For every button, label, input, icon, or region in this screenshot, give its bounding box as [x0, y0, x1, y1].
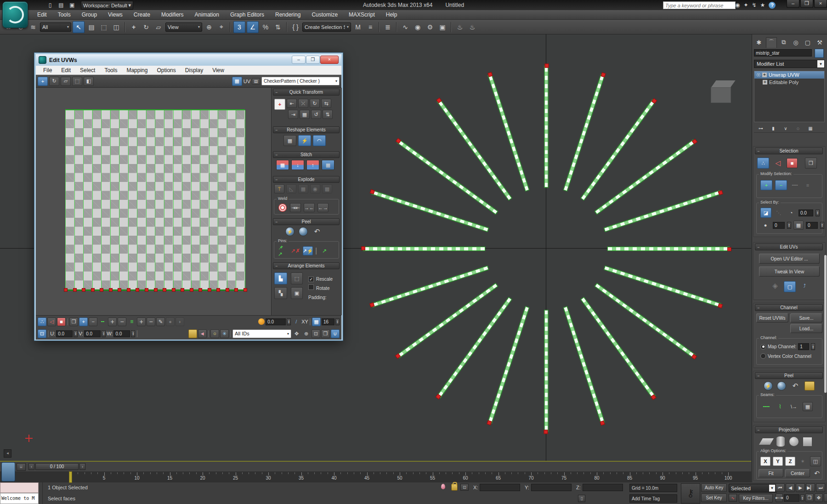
edit-seams-icon[interactable]: ╍╍ [761, 402, 771, 411]
workspace-dropdown[interactable]: Workspace: Default▾ [81, 1, 133, 10]
menu-group[interactable]: Group [77, 11, 102, 19]
menu-graph-editors[interactable]: Graph Editors [225, 11, 269, 19]
freeform-tool-icon[interactable]: ⬚ [72, 77, 82, 86]
rescale-elements-icon[interactable]: ⬚ [291, 272, 303, 284]
menu-animation[interactable]: Animation [190, 11, 224, 19]
stitch-target-icon[interactable]: ▦ [322, 160, 334, 170]
quick-transform-rollout-header[interactable]: −Quick Transform [273, 89, 340, 96]
track-bar-ruler[interactable]: 5101520253035404550556065707580859095100 [0, 471, 751, 483]
graph-editors-icon[interactable]: ∿ [400, 22, 411, 33]
selected-vertex-marker[interactable] [718, 190, 723, 195]
checker-tiling-value[interactable]: 16 [322, 318, 334, 325]
selected-vertex-marker[interactable] [436, 394, 442, 400]
uvw-menu-tools[interactable]: Tools [100, 66, 122, 74]
falloff-linear-icon[interactable]: / [292, 317, 300, 326]
edit-named-selections-icon[interactable]: { } [290, 22, 301, 33]
select-by-name-icon[interactable]: ▤ [86, 22, 97, 33]
selected-vertex-marker[interactable] [436, 98, 442, 104]
uv-vertex-dot[interactable] [145, 288, 148, 292]
pin-selected-icon[interactable]: ↗⚡ [303, 246, 313, 255]
uvw-menu-select[interactable]: Select [75, 66, 100, 74]
weld-all-icon[interactable]: →← [304, 203, 315, 212]
uv-vertex-dot[interactable] [208, 288, 211, 292]
uv-vertex-dot[interactable] [172, 288, 176, 292]
element-mode-icon[interactable]: ❒ [69, 317, 78, 326]
render-production-icon[interactable]: ♨ [454, 22, 465, 33]
stitch-custom-icon[interactable]: ▦ [276, 160, 289, 170]
menu-edit[interactable]: Edit [32, 11, 52, 19]
flatten-face-icon[interactable]: ▩ [322, 184, 332, 193]
menu-views[interactable]: Views [103, 11, 128, 19]
flatten-polygon-angle-icon[interactable]: ◺ [286, 184, 296, 193]
notification-balloon-icon[interactable] [441, 484, 445, 489]
shrink-selection-icon[interactable]: − [89, 317, 97, 326]
layer-manager-icon[interactable]: ≣ [382, 22, 393, 33]
open-uv-editor-button[interactable]: Open UV Editor ... [759, 254, 820, 264]
previous-frame-arrow[interactable]: ‹ [28, 463, 34, 470]
map-channel-value[interactable]: 1 [798, 343, 809, 350]
key-mode-dropdown[interactable]: Selected▼ [729, 484, 777, 493]
spinner[interactable]: ▲▼ [102, 330, 106, 337]
grow-selection-icon[interactable]: + [760, 180, 772, 190]
projection-rollout-header[interactable]: −Projection [755, 426, 823, 433]
grow-ring-icon[interactable]: + [137, 317, 146, 326]
previous-key-button[interactable]: ◀ [786, 483, 795, 492]
stitch-rollout-header[interactable]: −Stitch [273, 151, 340, 158]
reset-uvws-button[interactable]: Reset UVWs [756, 313, 788, 323]
key-filters-button[interactable]: Key Filters... [739, 494, 773, 503]
soft-selection-icon[interactable] [258, 318, 265, 325]
rotate-elements-icon[interactable]: ▣ [291, 287, 303, 299]
configure-modifier-sets-icon[interactable]: ▦ [806, 125, 815, 132]
snaps-toggle-icon[interactable]: 3 [233, 21, 245, 33]
quick-planar-map-icon[interactable]: ◈ [770, 281, 780, 290]
stitch-source-icon[interactable]: ↓ [291, 160, 304, 170]
uv-vertex-dot[interactable] [109, 288, 113, 292]
relax-until-flat-icon[interactable]: ⚡ [298, 135, 311, 146]
uvw-menu-display[interactable]: Display [181, 66, 208, 74]
play-button[interactable]: ▶ [796, 483, 805, 492]
uv-vertex-dot[interactable] [136, 288, 139, 292]
uvw-menu-mapping[interactable]: Mapping [122, 66, 152, 74]
planar-angle-icon[interactable]: ◔ [786, 208, 796, 217]
maxscript-mini-listener[interactable]: Welcome to M [0, 493, 39, 504]
next-frame-arrow[interactable]: › [79, 463, 85, 470]
collapse-icon[interactable]: − [757, 245, 759, 249]
reset-projection-icon[interactable]: ↶ [812, 469, 822, 478]
menu-rendering[interactable]: Rendering [270, 11, 306, 19]
uv-vertex-dot[interactable] [244, 288, 247, 292]
mirror-tool-icon[interactable]: ◧ [84, 77, 94, 86]
rescale-checkbox[interactable]: ✓ [308, 277, 314, 282]
key-step-toggle[interactable]: ⇤⇥ [776, 493, 783, 502]
material-editor-icon[interactable]: ◉ [412, 22, 423, 33]
time-slider-track[interactable] [0, 462, 751, 472]
space-vertical-icon[interactable]: ⇅ [323, 110, 333, 119]
collapse-icon[interactable]: − [275, 220, 278, 224]
z-coord-field[interactable] [583, 484, 623, 491]
selected-vertex-marker[interactable] [651, 394, 657, 400]
uv-vertex-dot[interactable] [181, 288, 184, 292]
quick-peel-icon[interactable]: ⚡ [285, 227, 295, 236]
help-icon[interactable]: ? [769, 2, 776, 9]
mirror-icon[interactable]: M [352, 22, 363, 33]
spherical-map-icon[interactable] [789, 437, 799, 446]
render-iterative-icon[interactable]: ♨ [467, 22, 478, 33]
uv-editor-canvas[interactable] [36, 88, 271, 315]
collapse-icon[interactable]: − [757, 149, 759, 153]
collapse-icon[interactable]: − [275, 177, 278, 182]
pack-custom-icon[interactable]: ▚ [274, 287, 287, 299]
uv-vertex-dot[interactable] [73, 288, 77, 292]
absolute-offset-toggle-icon[interactable]: ⊡ [38, 329, 46, 338]
align-x-button[interactable]: X [760, 457, 770, 466]
selection-filter-dropdown[interactable]: All▾ [40, 23, 71, 32]
star-spoke[interactable] [363, 247, 485, 251]
select-move-icon[interactable]: + [128, 22, 139, 33]
rotate-checkbox[interactable] [308, 284, 314, 290]
soft-selection-value[interactable]: 0.0 [266, 318, 286, 325]
uvw-menu-file[interactable]: File [39, 66, 57, 74]
spinner[interactable]: ▲▼ [74, 330, 78, 337]
move-tool-icon[interactable]: + [38, 77, 48, 86]
collapse-icon[interactable]: − [275, 153, 278, 157]
spinner[interactable]: ▲▼ [800, 494, 804, 501]
uv-vertex-dot[interactable] [91, 288, 95, 292]
object-name-field[interactable]: mistrip_star [754, 49, 812, 57]
